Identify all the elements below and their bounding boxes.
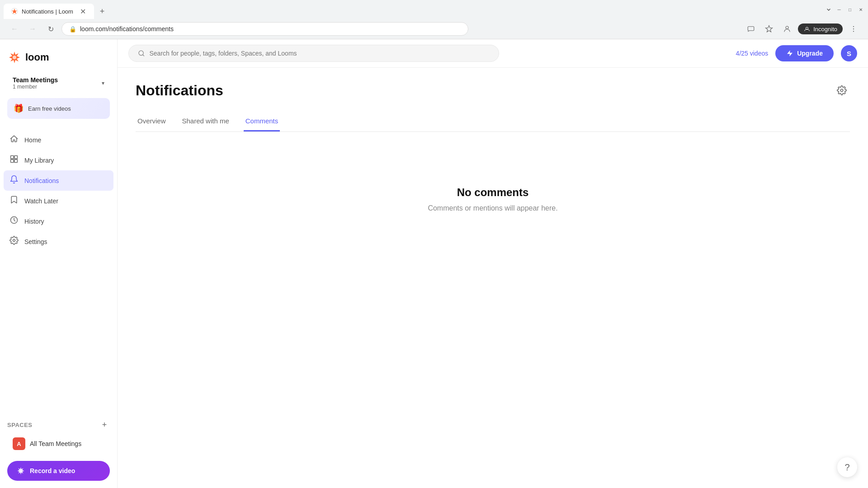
browser-menu-icon[interactable] — [846, 22, 861, 36]
tab-comments[interactable]: Comments — [244, 112, 280, 131]
svg-marker-2 — [766, 26, 773, 32]
empty-state: No comments Comments or mentions will ap… — [136, 150, 850, 249]
page-header: Notifications — [136, 82, 850, 99]
tab-overview[interactable]: Overview — [136, 112, 168, 131]
space-name: All Team Meetings — [30, 440, 81, 447]
address-bar-row: ← → ↻ 🔒 loom.com/notifications/comments … — [0, 19, 868, 39]
sidebar-item-settings[interactable]: Settings — [4, 231, 113, 252]
sidebar-item-my-library[interactable]: My Library — [4, 150, 113, 170]
upgrade-button[interactable]: Upgrade — [775, 45, 834, 61]
maximize-button[interactable]: □ — [846, 6, 854, 13]
svg-point-3 — [786, 26, 788, 29]
incognito-button[interactable]: Incognito — [798, 23, 843, 34]
lock-icon: 🔒 — [69, 26, 76, 33]
bookmark-star-icon[interactable] — [762, 22, 776, 36]
video-count: 4/25 videos — [736, 50, 769, 57]
browser-toolbar-actions: Incognito — [744, 22, 861, 36]
svg-point-16 — [840, 89, 843, 92]
loom-logo-icon — [7, 50, 22, 65]
app-container: loom Team Meetings 1 member ▾ 🎁 Earn fre… — [0, 39, 868, 488]
tab-title: Notifications | Loom — [22, 8, 75, 15]
nav-section: Home My Library Notifications Watch Late… — [0, 126, 117, 416]
minimize-button[interactable]: ─ — [835, 6, 843, 13]
notifications-icon — [9, 175, 19, 186]
svg-point-6 — [853, 28, 854, 29]
svg-rect-1 — [748, 27, 754, 31]
incognito-label: Incognito — [813, 26, 837, 33]
help-button[interactable]: ? — [837, 457, 857, 477]
record-icon — [16, 466, 25, 475]
workspace-chevron-icon: ▾ — [102, 80, 104, 86]
user-avatar[interactable]: S — [841, 45, 857, 61]
workspace-name: Team Meetings — [13, 76, 58, 84]
main-content-area: 4/25 videos Upgrade S Notifications — [118, 39, 868, 488]
sidebar-item-notifications[interactable]: Notifications — [4, 170, 113, 191]
search-bar[interactable] — [128, 45, 499, 62]
sidebar-item-notifications-label: Notifications — [24, 177, 59, 184]
notifications-tabs: Overview Shared with me Comments — [136, 112, 850, 132]
history-icon — [9, 216, 19, 227]
reload-button[interactable]: ↻ — [43, 22, 58, 36]
earn-icon: 🎁 — [14, 103, 24, 113]
workspace-info: Team Meetings 1 member — [13, 76, 58, 90]
sidebar-item-history[interactable]: History — [4, 211, 113, 231]
notifications-settings-button[interactable] — [834, 82, 850, 99]
svg-rect-10 — [14, 156, 18, 159]
search-input[interactable] — [149, 50, 490, 57]
cast-icon[interactable] — [744, 22, 758, 36]
sidebar: loom Team Meetings 1 member ▾ 🎁 Earn fre… — [0, 39, 118, 488]
active-tab[interactable]: Notifications | Loom ✕ — [4, 4, 94, 19]
record-video-label: Record a video — [30, 467, 75, 474]
window-controls: ─ □ ✕ — [826, 6, 864, 17]
svg-point-7 — [853, 31, 854, 32]
empty-state-subtitle: Comments or mentions will appear here. — [428, 204, 557, 212]
svg-point-5 — [853, 26, 854, 27]
sidebar-item-watch-later[interactable]: Watch Later — [4, 191, 113, 211]
tab-favicon — [11, 8, 18, 15]
search-icon — [138, 50, 145, 57]
forward-button[interactable]: → — [25, 22, 40, 36]
sidebar-item-settings-label: Settings — [24, 238, 47, 245]
record-video-button[interactable]: Record a video — [7, 461, 110, 481]
earn-text: Earn free videos — [28, 105, 71, 112]
loom-logo: loom — [7, 47, 110, 68]
close-button[interactable]: ✕ — [857, 6, 864, 13]
workspace-members: 1 member — [13, 84, 58, 90]
tab-bar: Notifications | Loom ✕ + ─ □ ✕ — [0, 0, 868, 19]
home-icon — [9, 134, 19, 145]
tab-shared-with-me[interactable]: Shared with me — [180, 112, 231, 131]
svg-rect-12 — [14, 160, 18, 163]
svg-rect-9 — [11, 156, 14, 159]
spaces-label: Spaces — [7, 422, 33, 428]
sidebar-item-history-label: History — [24, 218, 44, 225]
sidebar-item-home-label: Home — [24, 136, 41, 144]
svg-rect-11 — [11, 160, 14, 163]
tab-close-button[interactable]: ✕ — [79, 7, 87, 15]
add-space-button[interactable]: + — [99, 419, 110, 430]
loom-logo-text: loom — [25, 52, 49, 63]
browser-chrome: Notifications | Loom ✕ + ─ □ ✕ ← → ↻ 🔒 l… — [0, 0, 868, 39]
earn-free-videos-banner[interactable]: 🎁 Earn free videos — [7, 98, 110, 119]
sidebar-top: loom Team Meetings 1 member ▾ 🎁 Earn fre… — [0, 39, 117, 126]
page-content: Notifications Overview Shared with me Co… — [118, 68, 868, 488]
workspace-selector[interactable]: Team Meetings 1 member ▾ — [7, 72, 110, 94]
back-button[interactable]: ← — [7, 22, 22, 36]
address-bar[interactable]: 🔒 loom.com/notifications/comments — [61, 22, 468, 36]
my-library-icon — [9, 155, 19, 166]
settings-nav-icon — [9, 236, 19, 247]
spaces-section: Spaces + A All Team Meetings — [0, 416, 117, 461]
space-avatar: A — [13, 437, 25, 450]
sidebar-item-watch-later-label: Watch Later — [24, 197, 58, 205]
topbar: 4/25 videos Upgrade S — [118, 39, 868, 68]
spaces-header: Spaces + — [7, 419, 110, 430]
tab-dropdown-icon[interactable] — [826, 6, 832, 13]
new-tab-button[interactable]: + — [96, 5, 108, 18]
space-item-all-team-meetings[interactable]: A All Team Meetings — [7, 434, 110, 454]
watch-later-icon — [9, 195, 19, 206]
page-title: Notifications — [136, 82, 223, 99]
profile-icon[interactable] — [780, 22, 794, 36]
svg-point-8 — [13, 56, 16, 59]
lightning-icon — [786, 50, 793, 57]
sidebar-item-home[interactable]: Home — [4, 130, 113, 150]
upgrade-label: Upgrade — [797, 50, 823, 57]
